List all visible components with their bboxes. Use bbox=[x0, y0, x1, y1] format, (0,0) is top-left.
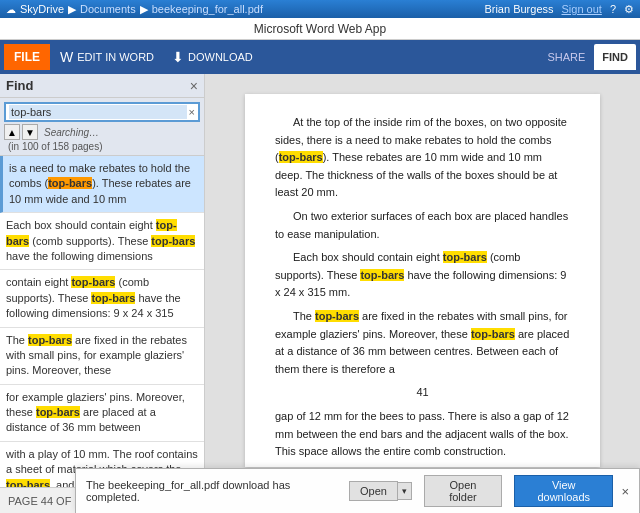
doc-paragraph: The top-bars are fixed in the rebates wi… bbox=[275, 308, 570, 378]
find-input-row: × bbox=[4, 102, 200, 122]
find-header: Find × bbox=[0, 74, 204, 98]
highlight-match: top-bars bbox=[91, 292, 135, 304]
find-clear-button[interactable]: × bbox=[189, 106, 195, 118]
find-status: Searching… bbox=[40, 125, 103, 140]
ribbon-tabs: SHARE FIND bbox=[539, 44, 636, 70]
doc-highlight: top-bars bbox=[360, 269, 404, 281]
open-download-dropdown[interactable]: ▾ bbox=[398, 482, 412, 500]
find-close-button[interactable]: × bbox=[190, 79, 198, 93]
doc-page-number: 41 bbox=[275, 384, 570, 402]
find-nav-row: ▲ ▼ Searching… bbox=[4, 124, 200, 140]
find-prev-button[interactable]: ▲ bbox=[4, 124, 20, 140]
open-download-button[interactable]: Open bbox=[349, 481, 398, 501]
find-input[interactable] bbox=[9, 105, 187, 119]
find-result-item[interactable]: is a need to make rebates to hold the co… bbox=[0, 156, 204, 213]
ribbon: FILE W EDIT IN WORD ⬇ DOWNLOAD SHARE FIN… bbox=[0, 40, 640, 74]
doc-highlight: top-bars bbox=[443, 251, 487, 263]
documents-label[interactable]: Documents bbox=[80, 3, 136, 15]
doc-paragraph: Each box should contain eight top-bars (… bbox=[275, 249, 570, 302]
find-results: is a need to make rebates to hold the co… bbox=[0, 156, 204, 487]
filename-label[interactable]: beekeeping_for_all.pdf bbox=[152, 3, 263, 15]
main-layout: Find × × ▲ ▼ Searching… (in 100 of 158 p… bbox=[0, 74, 640, 487]
status-bar: PAGE 44 OF 158 75% The beekeeping_for_al… bbox=[0, 487, 640, 513]
download-button[interactable]: ⬇ DOWNLOAD bbox=[164, 44, 261, 70]
find-result-item[interactable]: Each box should contain eight top-bars (… bbox=[0, 213, 204, 270]
doc-area[interactable]: At the top of the inside rim of the boxe… bbox=[205, 74, 640, 487]
doc-paragraph: gap of 12 mm for the bees to pass. There… bbox=[275, 408, 570, 461]
edit-in-word-label: EDIT IN WORD bbox=[77, 51, 154, 63]
view-downloads-button[interactable]: View downloads bbox=[514, 475, 613, 507]
highlight-match: top-bars bbox=[48, 177, 92, 189]
help-icon[interactable]: ? bbox=[610, 3, 616, 15]
top-bar-left: ☁ SkyDrive ▶ Documents ▶ beekeeping_for_… bbox=[6, 3, 263, 16]
top-bar: ☁ SkyDrive ▶ Documents ▶ beekeeping_for_… bbox=[0, 0, 640, 18]
highlight-match: top-bars bbox=[71, 276, 115, 288]
breadcrumb-sep1: ▶ bbox=[68, 3, 76, 16]
find-panel: Find × × ▲ ▼ Searching… (in 100 of 158 p… bbox=[0, 74, 205, 487]
settings-icon[interactable]: ⚙ bbox=[624, 3, 634, 16]
find-result-item[interactable]: contain eight top-bars (comb supports). … bbox=[0, 270, 204, 327]
user-label: Brian Burgess bbox=[484, 3, 553, 15]
download-bar: The beekeeping_for_all.pdf download has … bbox=[75, 468, 640, 513]
top-bar-right: Brian Burgess Sign out ? ⚙ bbox=[484, 3, 634, 16]
highlight-match: top-bars bbox=[28, 334, 72, 346]
download-open-group: Open ▾ bbox=[349, 481, 412, 501]
edit-in-word-button[interactable]: W EDIT IN WORD bbox=[52, 44, 162, 70]
edit-in-word-icon: W bbox=[60, 49, 73, 65]
title-bar: Microsoft Word Web App bbox=[0, 18, 640, 40]
breadcrumb-sep2: ▶ bbox=[140, 3, 148, 16]
doc-highlight: top-bars bbox=[279, 151, 323, 163]
find-result-item[interactable]: The top-bars are fixed in the rebates wi… bbox=[0, 328, 204, 385]
doc-page: At the top of the inside rim of the boxe… bbox=[245, 94, 600, 467]
highlight-match: top-bars bbox=[36, 406, 80, 418]
highlight-match: top-bars bbox=[6, 479, 50, 487]
find-result-item[interactable]: for example glaziers' pins. Moreover, th… bbox=[0, 385, 204, 442]
highlight-match: top-bars bbox=[151, 235, 195, 247]
tab-share[interactable]: SHARE bbox=[539, 44, 593, 70]
find-next-button[interactable]: ▼ bbox=[22, 124, 38, 140]
find-title: Find bbox=[6, 78, 33, 93]
doc-paragraph: At the top of the inside rim of the boxe… bbox=[275, 114, 570, 202]
download-icon: ⬇ bbox=[172, 49, 184, 65]
download-close-button[interactable]: × bbox=[621, 484, 629, 499]
find-search-area: × ▲ ▼ Searching… (in 100 of 158 pages) bbox=[0, 98, 204, 156]
download-message: The beekeeping_for_all.pdf download has … bbox=[86, 479, 341, 503]
open-folder-button[interactable]: Open folder bbox=[424, 475, 502, 507]
download-label: DOWNLOAD bbox=[188, 51, 253, 63]
tab-find[interactable]: FIND bbox=[594, 44, 636, 70]
doc-highlight: top-bars bbox=[471, 328, 515, 340]
doc-paragraph: On two exterior surfaces of each box are… bbox=[275, 208, 570, 243]
app-title: Microsoft Word Web App bbox=[254, 22, 386, 36]
file-button[interactable]: FILE bbox=[4, 44, 50, 70]
skydrive-icon: ☁ bbox=[6, 4, 16, 15]
doc-highlight: top-bars bbox=[315, 310, 359, 322]
signout-link[interactable]: Sign out bbox=[562, 3, 602, 15]
find-count: (in 100 of 158 pages) bbox=[4, 140, 200, 153]
skydrive-label[interactable]: SkyDrive bbox=[20, 3, 64, 15]
